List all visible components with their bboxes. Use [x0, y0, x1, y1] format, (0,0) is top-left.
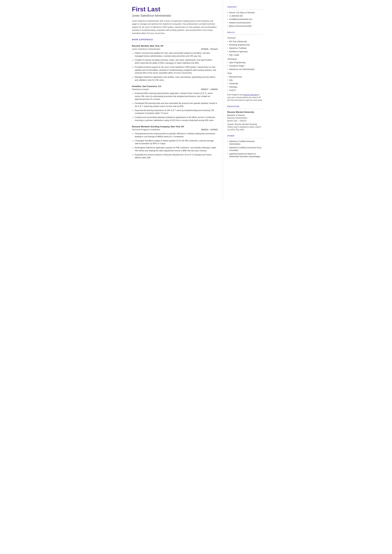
techniques-skills-list: Apex Programming Visualforce Pages Sales…: [227, 61, 263, 71]
bullet-2-2: Developed 500 learning tests and also au…: [135, 102, 218, 108]
job-dates-1: 07/2019 – Present: [201, 48, 218, 50]
tool-skill-3: Filemaker: [227, 86, 263, 88]
technique-skill-0: Apex Programming: [227, 61, 263, 64]
job-header-1: Junior Salesforce Administrator 07/2019 …: [132, 48, 218, 51]
technical-skills-list: MS Visio (Advanced) Bootstrap (Experienc…: [227, 40, 263, 56]
bullet-1-3: Provided technical support for 4K users …: [135, 66, 218, 75]
summary-text: Junior Salesforce Administrator with 9 y…: [132, 20, 218, 35]
bullet-3-1: Championed process improvements for grea…: [135, 132, 218, 138]
tool-skill-1: SQL: [227, 79, 263, 82]
education-divider: [227, 109, 263, 109]
other-item-0: Salesforce Certified Advanced Administra…: [227, 140, 263, 146]
tools-category-label: Tools:: [227, 72, 263, 75]
employer-block-3: Resume Worded's Exciting Company, New Yo…: [132, 125, 218, 159]
contact-item-2: email@resumeworded.com: [227, 18, 263, 21]
technical-skill-2: Salesforce Trailhead: [227, 47, 263, 49]
bullet-1-2: Created 10 reports including summary, ma…: [135, 59, 218, 65]
job-bullets-1: Added, removed and updated 2K user roles…: [132, 52, 218, 82]
techniques-category-label: Techniques:: [227, 58, 263, 61]
work-experience-section-title: WORK EXPERIENCE: [132, 38, 218, 41]
contact-section-title: CONTACT: [227, 6, 263, 8]
technical-skill-4: SQL Loader: [227, 54, 263, 56]
contact-item-0: Denver, CO (Open to Remote): [227, 11, 263, 14]
edu-degree: Bachelor of Science: [227, 114, 263, 117]
other-item-1: Salesforce Certified Community Cloud Con…: [227, 146, 263, 152]
technical-category-label: Technical:: [227, 37, 263, 39]
job-role-2: Salesforce Analyst: [132, 88, 149, 91]
promo-text: Don't forget to use Resume Worded to sca…: [227, 93, 263, 102]
job-header-3: Technical Program Coordinator 08/2012 – …: [132, 128, 218, 131]
job-role-3: Technical Program Coordinator: [132, 128, 160, 131]
job-bullets-2: Enhanced RW's learning administration ap…: [132, 92, 218, 122]
edu-awards: Awards: Resume Worded Teaching Fellow (o…: [227, 123, 263, 131]
technical-skill-0: MS Visio (Advanced): [227, 40, 263, 43]
edu-field: Business Administration: [227, 117, 263, 119]
bullet-1-4: Managed Salesforce application user prof…: [135, 76, 218, 82]
skills-divider: [227, 35, 263, 35]
skills-section-title: SKILLS: [227, 31, 263, 34]
contact-item-4: github.com/resumeworded: [227, 25, 263, 28]
education-section-title: EDUCATION: [227, 105, 263, 108]
other-section-title: OTHER: [227, 134, 263, 137]
bullet-1-1: Added, removed and updated 2K user roles…: [135, 52, 218, 58]
edu-location: Boston, MA — 05/2017: [227, 119, 263, 122]
technical-skill-1: Bootstrap (Experienced): [227, 44, 263, 46]
work-experience-divider: [132, 42, 218, 42]
contact-section: CONTACT Denver, CO (Open to Remote) +1-9…: [227, 6, 263, 28]
other-item-2: Lightning Experience Reports & Dashboard…: [227, 153, 263, 158]
tool-skill-4: VUI/CTI: [227, 89, 263, 92]
job-bullets-3: Championed process improvements for grea…: [132, 132, 218, 159]
employer-name-1: Resume Worded, New York, NY: [132, 44, 218, 48]
employer-name-3: Resume Worded's Exciting Company, New Yo…: [132, 125, 218, 128]
contact-item-1: +1-908-564-555: [227, 15, 263, 17]
other-section: OTHER Salesforce Certified Advanced Admi…: [227, 134, 263, 158]
employer-block-1: Resume Worded, New York, NY Junior Sales…: [132, 44, 218, 82]
tools-skills-list: Microsoft Excel SQL JavaScript Filemaker…: [227, 76, 263, 92]
contact-item-3: linkedin.com/in/username: [227, 21, 263, 24]
job-header-2: Salesforce Analyst 05/2017 – 10/2019: [132, 88, 218, 91]
tool-skill-0: Microsoft Excel: [227, 76, 263, 78]
employer-name-2: Growthsi, San Francisco, CA: [132, 85, 218, 88]
job-title: Junior Salesforce Administrator: [132, 14, 218, 18]
job-dates-2: 05/2017 – 10/2019: [201, 88, 217, 91]
skills-section: SKILLS Technical: MS Visio (Advanced) Bo…: [227, 31, 263, 102]
bullet-3-4: Expanded the services division of Resume…: [135, 153, 218, 159]
candidate-name: First Last: [132, 6, 218, 13]
bullet-2-4: Created and successfully deployed Salesf…: [135, 116, 218, 122]
education-section: EDUCATION Resume Worded University Bache…: [227, 105, 263, 131]
promo-link[interactable]: Resume Worded: [243, 94, 258, 96]
technical-skill-3: Workflow & Approvals: [227, 50, 263, 53]
promo-text-before: Don't forget to use: [227, 94, 243, 96]
bullet-2-3: Improved the learning experience of 10K …: [135, 109, 218, 115]
edu-university: Resume Worded University: [227, 111, 263, 114]
bullet-3-2: Leveraged Visualforce pages to deliver g…: [135, 139, 218, 145]
technique-skill-2: Salesforce.com Administration: [227, 68, 263, 71]
bullet-2-1: Enhanced RW's learning administration ap…: [135, 92, 218, 101]
contact-list: Denver, CO (Open to Remote) +1-908-564-5…: [227, 11, 263, 28]
bullet-3-3: Redesigned Salesforce application purpos…: [135, 146, 218, 152]
job-role-1: Junior Salesforce Administrator: [132, 48, 161, 51]
technique-skill-1: Visualforce Pages: [227, 65, 263, 67]
tool-skill-2: JavaScript: [227, 82, 263, 85]
employer-block-2: Growthsi, San Francisco, CA Salesforce A…: [132, 85, 218, 122]
job-dates-3: 08/2012 – 01/2015: [201, 128, 217, 131]
